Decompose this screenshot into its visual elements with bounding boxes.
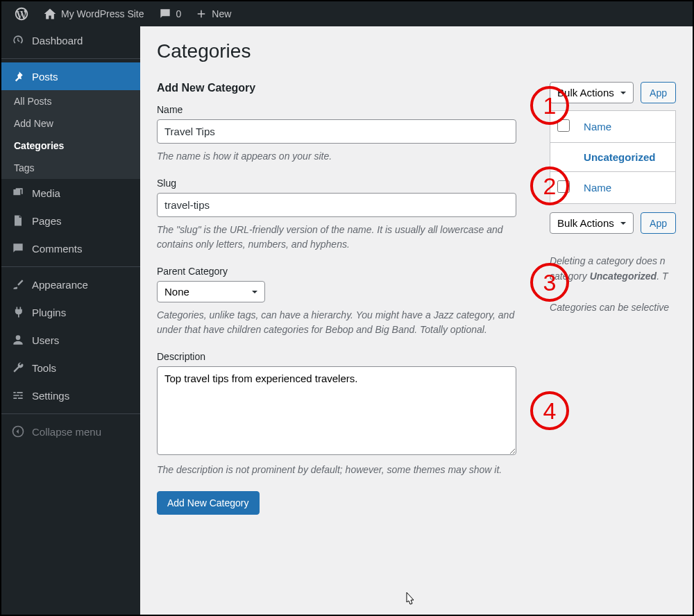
submenu-categories[interactable]: Categories <box>1 135 140 157</box>
comments-icon <box>11 241 25 255</box>
brush-icon <box>11 277 25 291</box>
menu-appearance[interactable]: Appearance <box>1 271 140 298</box>
sliders-icon <box>11 388 25 402</box>
col-name-header[interactable]: Name <box>584 121 611 132</box>
home-icon <box>43 7 57 21</box>
menu-users[interactable]: Users <box>1 326 140 354</box>
posts-submenu: All Posts Add New Categories Tags <box>1 90 140 179</box>
table-row: Uncategorized <box>550 143 676 172</box>
description-label: Description <box>157 351 516 362</box>
category-list-panel: Bulk Actions App Name Uncatego <box>550 82 676 515</box>
admin-sidebar: Dashboard Posts All Posts Add New Catego… <box>1 26 140 615</box>
submenu-add-new[interactable]: Add New <box>1 112 140 135</box>
apply-button-bottom[interactable]: App <box>641 212 676 234</box>
menu-dashboard[interactable]: Dashboard <box>1 26 140 54</box>
menu-tools[interactable]: Tools <box>1 354 140 382</box>
parent-select[interactable]: None <box>157 281 265 302</box>
select-all-top[interactable] <box>557 119 570 132</box>
category-link-uncategorized[interactable]: Uncategorized <box>584 151 655 163</box>
slug-label: Slug <box>157 178 516 189</box>
slug-help: The "slug" is the URL-friendly version o… <box>157 223 516 252</box>
dashboard-icon <box>11 33 25 47</box>
menu-media[interactable]: Media <box>1 179 140 207</box>
form-heading: Add New Category <box>157 82 516 94</box>
submenu-tags[interactable]: Tags <box>1 157 140 179</box>
cursor-icon <box>403 591 416 608</box>
menu-pages[interactable]: Pages <box>1 207 140 234</box>
wrench-icon <box>11 361 25 375</box>
name-label: Name <box>157 104 516 115</box>
slug-input[interactable] <box>157 193 516 217</box>
col-name-footer[interactable]: Name <box>584 182 611 194</box>
parent-help: Categories, unlike tags, can have a hier… <box>157 308 516 337</box>
wp-logo[interactable] <box>7 1 36 26</box>
add-category-form: Add New Category Name The name is how it… <box>157 82 516 515</box>
menu-settings[interactable]: Settings <box>1 382 140 409</box>
collapse-icon <box>11 425 25 438</box>
main-content: Categories Add New Category Name The nam… <box>140 26 693 615</box>
delete-note: Deleting a category does n category Unca… <box>550 253 676 316</box>
name-input[interactable] <box>157 119 516 144</box>
categories-table: Name Uncategorized Name <box>550 110 676 204</box>
comments-link[interactable]: 0 <box>151 1 189 26</box>
plus-icon <box>195 8 208 20</box>
comment-icon <box>158 7 172 21</box>
menu-plugins[interactable]: Plugins <box>1 298 140 326</box>
plug-icon <box>11 305 25 319</box>
site-home-link[interactable]: My WordPress Site <box>36 1 151 26</box>
pin-icon <box>11 69 25 83</box>
menu-collapse[interactable]: Collapse menu <box>1 418 140 445</box>
page-icon <box>11 214 25 228</box>
site-name: My WordPress Site <box>61 8 144 19</box>
user-icon <box>11 333 25 347</box>
apply-button-top[interactable]: App <box>641 82 676 103</box>
page-title: Categories <box>157 40 676 62</box>
menu-comments[interactable]: Comments <box>1 234 140 262</box>
bulk-actions-select-bottom[interactable]: Bulk Actions <box>550 212 634 234</box>
description-help: The description is not prominent by defa… <box>157 463 516 477</box>
add-category-button[interactable]: Add New Category <box>157 491 260 515</box>
admin-toolbar: My WordPress Site 0 New <box>1 1 693 26</box>
new-label: New <box>212 8 231 19</box>
parent-label: Parent Category <box>157 266 516 277</box>
new-content-link[interactable]: New <box>188 1 238 26</box>
menu-posts[interactable]: Posts <box>1 62 140 90</box>
wordpress-icon <box>14 6 29 22</box>
comment-count: 0 <box>176 8 182 19</box>
name-help: The name is how it appears on your site. <box>157 149 516 164</box>
description-textarea[interactable] <box>157 366 516 455</box>
bulk-actions-select-top[interactable]: Bulk Actions <box>550 82 634 103</box>
media-icon <box>11 186 25 200</box>
select-all-bottom[interactable] <box>557 180 570 193</box>
submenu-all-posts[interactable]: All Posts <box>1 90 140 112</box>
